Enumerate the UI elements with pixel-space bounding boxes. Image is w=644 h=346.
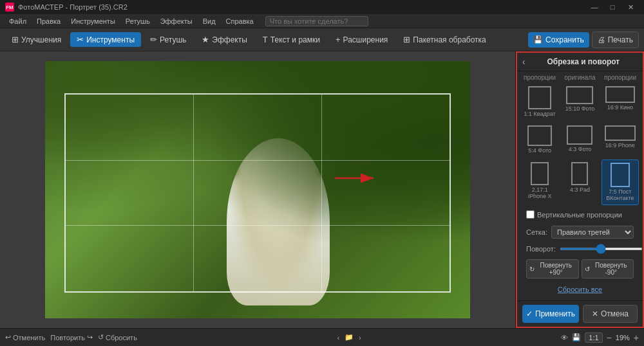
vertical-checkbox[interactable]	[526, 210, 535, 219]
photo-canvas	[45, 61, 470, 318]
window-title: ФотоМАСТЕР - Портрет (35).CR2	[18, 3, 128, 11]
preset-4-3[interactable]: 4:3 Фото	[561, 123, 598, 157]
vertical-proportions-row: Вертикальные пропорции	[521, 208, 639, 221]
rotate-plus90-label: Повернуть +90°	[536, 262, 576, 276]
preset-label-75-vk: 7:5 Пост ВКонтакте	[605, 188, 636, 203]
preset-label-square: 1:1 Квадрат	[524, 111, 556, 118]
zoom-out-button[interactable]: −	[607, 332, 612, 343]
rotate-slider[interactable]	[560, 248, 643, 250]
grid-select[interactable]: Нет Правило третей Диагональ Треугольник…	[551, 226, 634, 239]
preview-toggle-button[interactable]: 👁	[561, 334, 568, 341]
app-logo: FM	[5, 3, 14, 12]
toolbar-save-button[interactable]: 💾 Сохранить	[528, 32, 589, 48]
menu-retouch[interactable]: Ретушь	[120, 16, 155, 26]
nav-next-button[interactable]: ›	[359, 334, 361, 341]
extensions-icon: +	[336, 35, 341, 44]
arrow-indicator	[335, 170, 380, 188]
canvas-area[interactable]	[0, 51, 515, 328]
save-icon: 💾	[533, 35, 543, 44]
menu-help[interactable]: Справка	[221, 16, 259, 26]
cancel-button[interactable]: ✕ Отмена	[583, 305, 638, 323]
batch-icon: ⊞	[403, 35, 410, 44]
toolbar-effekty[interactable]: ★ Эффекты	[195, 32, 254, 47]
toolbar-rasshireniya-label: Расширения	[343, 35, 388, 44]
rotate-plus90-button[interactable]: ↻ Повернуть +90°	[526, 259, 579, 278]
main-area: ‹ Обрезка и поворот пропорции оригинала …	[0, 51, 644, 328]
preset-box-15-10	[566, 86, 593, 104]
menu-effects[interactable]: Эффекты	[155, 16, 198, 26]
nav-prev-button[interactable]: ‹	[337, 334, 339, 341]
maximize-button[interactable]: □	[604, 0, 621, 14]
redo-button[interactable]: Повторить ↪	[50, 333, 93, 341]
label-proportions-1: пропорции	[524, 74, 556, 81]
menu-file[interactable]: Файл	[4, 16, 32, 26]
redo-label: Повторить	[50, 334, 85, 341]
toolbar-retush-label: Ретушь	[160, 35, 186, 44]
toolbar-instrumenty-label: Инструменты	[86, 35, 135, 44]
search-input[interactable]	[265, 16, 368, 26]
reset-icon: ↺	[98, 333, 104, 341]
label-proportions-2: пропорции	[604, 74, 636, 81]
undo-label: Отменить	[13, 334, 45, 341]
reset-button[interactable]: ↺ Сбросить	[98, 333, 137, 341]
menubar: Файл Правка Инструменты Ретушь Эффекты В…	[0, 14, 644, 28]
preset-box-43-pad	[571, 162, 588, 185]
panel-inner: ‹ Обрезка и поворот пропорции оригинала …	[516, 51, 644, 328]
eye-icon: 👁	[561, 334, 568, 341]
rotate-minus90-icon: ↺	[585, 266, 590, 273]
toolbar-save-label: Сохранить	[545, 35, 584, 44]
toolbar-retush[interactable]: ✏ Ретушь	[144, 32, 193, 47]
preset-75-vk[interactable]: 7:5 Пост ВКонтакте	[601, 159, 639, 206]
retouch-icon: ✏	[150, 35, 157, 44]
preset-label-5-4: 5:4 Фото	[528, 147, 551, 154]
preset-label-16-9-kino: 16:9 Кино	[607, 104, 633, 111]
rotate-minus90-button[interactable]: ↺ Повернуть -90°	[582, 259, 634, 278]
toolbar-print-button[interactable]: 🖨 Печать	[592, 32, 639, 48]
rotate-label: Поворот:	[526, 245, 556, 253]
undo-button[interactable]: ↩ Отменить	[5, 333, 45, 341]
toolbar-tekst[interactable]: T Текст и рамки	[256, 32, 327, 47]
save-small-button[interactable]: 💾	[572, 333, 581, 341]
menu-view[interactable]: Вид	[198, 16, 221, 26]
rotate-plus90-icon: ↻	[529, 266, 535, 273]
zoom-in-button[interactable]: +	[634, 332, 639, 343]
apply-label: Применить	[535, 309, 575, 318]
preset-box-75	[611, 163, 630, 187]
redo-icon: ↪	[87, 333, 93, 341]
toolbar-instrumenty[interactable]: ✂ Инструменты	[70, 32, 141, 47]
preset-5-4[interactable]: 5:4 Фото	[521, 123, 558, 157]
menu-tools[interactable]: Инструменты	[66, 16, 120, 26]
right-panel: ‹ Обрезка и поворот пропорции оригинала …	[515, 51, 644, 328]
preset-box-16-9-kino	[605, 86, 635, 103]
nav-folder-button[interactable]: 📁	[345, 333, 354, 341]
label-original: оригинала	[564, 74, 595, 81]
ratio-badge: 1:1	[585, 332, 602, 343]
preset-square[interactable]: 1:1 Квадрат	[521, 84, 558, 120]
close-button[interactable]: ✕	[622, 0, 639, 14]
preset-15-10[interactable]: 15:10 Фото	[561, 84, 598, 120]
preset-217[interactable]: 2,17:1 iPhone X	[521, 159, 558, 206]
rotate-minus90-label: Повернуть -90°	[592, 262, 631, 276]
menu-edit[interactable]: Правка	[32, 16, 66, 26]
preset-box-16-9-phone	[605, 125, 636, 141]
preset-label-43-pad: 4:3 Pad	[570, 187, 590, 194]
apply-button[interactable]: ✓ Применить	[522, 305, 579, 323]
minimize-button[interactable]: —	[586, 0, 603, 14]
toolbar-rasshireniya[interactable]: + Расширения	[329, 32, 394, 47]
preset-box-217	[531, 162, 549, 185]
preset-16-9-phone[interactable]: 16:9 Phone	[601, 123, 639, 157]
reset-link[interactable]: Сбросить все	[558, 286, 602, 293]
preset-label-4-3: 4:3 Фото	[569, 146, 592, 153]
toolbar-tekst-label: Текст и рамки	[270, 35, 320, 44]
preset-grid-row2: 5:4 Фото 4:3 Фото 16:9 Phone	[521, 123, 639, 157]
panel-back-button[interactable]: ‹	[522, 57, 526, 67]
preset-16-9-kino[interactable]: 16:9 Кино	[601, 84, 639, 120]
window-controls[interactable]: — □ ✕	[586, 0, 639, 14]
cancel-label: Отмена	[601, 309, 629, 318]
grid-row: Сетка: Нет Правило третей Диагональ Треу…	[521, 224, 639, 241]
vertical-label[interactable]: Вертикальные пропорции	[537, 211, 622, 219]
toolbar-print-label: Печать	[608, 35, 633, 44]
preset-43-pad[interactable]: 4:3 Pad	[561, 159, 598, 206]
toolbar-paketnaya[interactable]: ⊞ Пакетная обработка	[397, 32, 492, 47]
toolbar-uluchsheniya[interactable]: ⊞ Улучшения	[5, 32, 68, 47]
